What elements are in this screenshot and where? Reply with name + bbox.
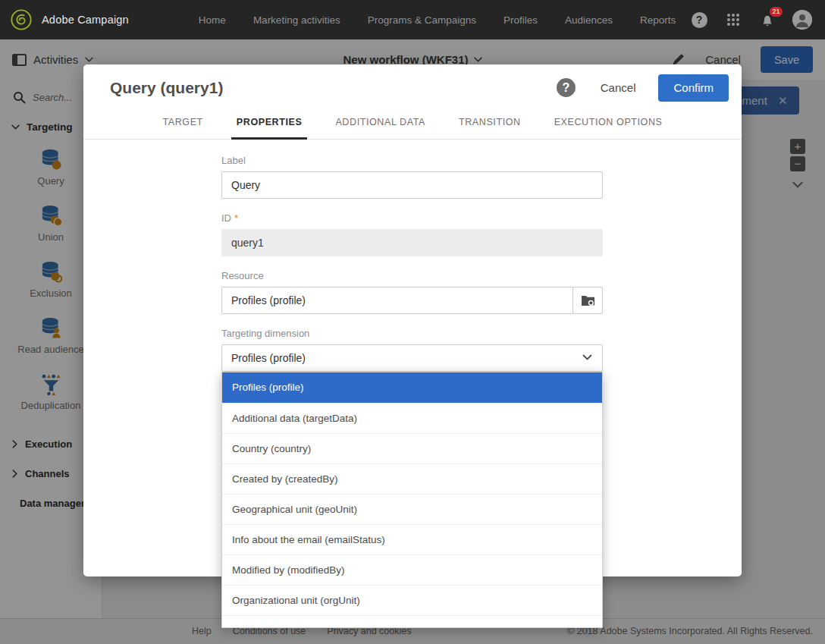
option-modified-by[interactable]: Modified by (modifiedBy) <box>222 554 602 585</box>
help-icon[interactable]: ? <box>690 11 708 29</box>
nav-item-profiles[interactable]: Profiles <box>503 14 538 26</box>
resource-picker-button[interactable] <box>572 287 603 314</box>
nav-item-home[interactable]: Home <box>199 14 226 26</box>
option-organizational-unit[interactable]: Organizational unit (orgUnit) <box>222 585 602 615</box>
option-profiles[interactable]: Profiles (profile) <box>222 372 602 403</box>
resource-input[interactable] <box>221 287 573 314</box>
top-navbar: Adobe Campaign Home Marketing activities… <box>0 0 825 39</box>
id-input <box>221 229 603 256</box>
notification-badge: 21 <box>770 7 783 17</box>
option-country[interactable]: Country (country) <box>222 433 602 463</box>
notifications-bell-icon[interactable]: 21 <box>758 11 776 29</box>
resource-field-label: Resource <box>221 270 603 281</box>
adobe-campaign-logo-icon <box>10 8 33 31</box>
dialog-title: Query (query1) <box>110 79 557 97</box>
targeting-dimension-select[interactable]: Profiles (profile) <box>221 344 603 372</box>
brand-title: Adobe Campaign <box>42 14 129 26</box>
resource-picker-icon <box>581 294 595 307</box>
dialog-confirm-button[interactable]: Confirm <box>658 74 729 102</box>
id-field-label: ID* <box>221 212 603 224</box>
targeting-dimension-listbox: Profiles (profile) Additional data (targ… <box>221 372 603 628</box>
tab-transition[interactable]: TRANSITION <box>457 108 522 139</box>
option-state[interactable]: State (stateLink) <box>222 615 602 628</box>
option-created-by[interactable]: Created by (createdBy) <box>222 463 602 494</box>
nav-item-reports[interactable]: Reports <box>640 14 676 26</box>
app-grid-icon[interactable] <box>724 11 742 29</box>
help-icon[interactable]: ? <box>557 78 576 97</box>
avatar[interactable] <box>792 10 812 30</box>
option-geographical-unit[interactable]: Geographical unit (geoUnit) <box>222 494 602 524</box>
nav-item-programs-campaigns[interactable]: Programs & Campaigns <box>368 14 476 26</box>
tab-target[interactable]: TARGET <box>161 108 204 139</box>
nav-item-marketing-activities[interactable]: Marketing activities <box>253 14 340 26</box>
dialog-tabs: TARGET PROPERTIES ADDITIONAL DATA TRANSI… <box>83 108 742 140</box>
nav-item-audiences[interactable]: Audiences <box>565 14 613 26</box>
label-field-label: Label <box>221 155 603 166</box>
main-nav: Home Marketing activities Programs & Cam… <box>199 14 676 26</box>
option-additional-data[interactable]: Additional data (targetData) <box>222 403 602 433</box>
tab-properties[interactable]: PROPERTIES <box>235 108 304 139</box>
brand: Adobe Campaign <box>0 8 129 31</box>
tab-execution-options[interactable]: EXECUTION OPTIONS <box>553 108 664 139</box>
required-asterisk: * <box>234 212 238 224</box>
option-info-about-email[interactable]: Info about the email (emailStatus) <box>222 524 602 554</box>
tab-additional-data[interactable]: ADDITIONAL DATA <box>334 108 427 139</box>
label-input[interactable] <box>221 171 603 199</box>
targeting-dimension-label: Targeting dimension <box>221 328 603 339</box>
dialog-cancel-button[interactable]: Cancel <box>601 81 636 94</box>
chevron-down-icon <box>582 354 592 360</box>
